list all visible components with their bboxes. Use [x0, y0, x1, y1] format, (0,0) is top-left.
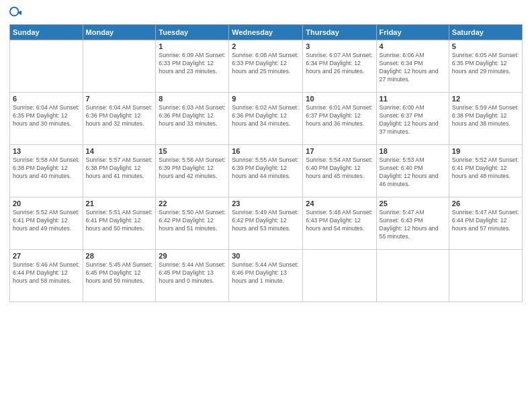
day-info: Sunrise: 6:05 AM Sunset: 6:35 PM Dayligh… [452, 52, 519, 76]
day-info: Sunrise: 5:54 AM Sunset: 6:40 PM Dayligh… [306, 156, 373, 181]
day-number: 21 [86, 199, 153, 208]
day-info: Sunrise: 6:01 AM Sunset: 6:37 PM Dayligh… [306, 104, 373, 128]
calendar-cell: 17Sunrise: 5:54 AM Sunset: 6:40 PM Dayli… [303, 145, 376, 197]
day-number: 22 [159, 199, 226, 208]
day-info: Sunrise: 5:57 AM Sunset: 6:38 PM Dayligh… [86, 156, 153, 181]
day-info: Sunrise: 6:08 AM Sunset: 6:33 PM Dayligh… [232, 52, 300, 76]
calendar-cell: 2Sunrise: 6:08 AM Sunset: 6:33 PM Daylig… [229, 40, 303, 93]
day-number: 16 [232, 147, 300, 155]
calendar-cell: 18Sunrise: 5:53 AM Sunset: 6:40 PM Dayli… [376, 145, 449, 197]
header-friday: Friday [376, 25, 449, 40]
header-tuesday: Tuesday [156, 25, 229, 40]
day-info: Sunrise: 5:44 AM Sunset: 6:46 PM Dayligh… [232, 261, 300, 285]
header-sunday: Sunday [10, 25, 83, 40]
calendar-cell [303, 250, 376, 302]
logo [9, 7, 23, 19]
day-number: 29 [159, 252, 226, 260]
day-info: Sunrise: 5:52 AM Sunset: 6:41 PM Dayligh… [452, 156, 519, 181]
day-number: 12 [452, 95, 519, 103]
day-number: 30 [232, 252, 300, 260]
day-number: 13 [13, 147, 80, 155]
logo-icon [9, 7, 21, 19]
day-number: 2 [232, 42, 300, 50]
calendar-cell: 23Sunrise: 5:49 AM Sunset: 6:42 PM Dayli… [229, 197, 303, 250]
week-row-0: 1Sunrise: 6:09 AM Sunset: 6:33 PM Daylig… [10, 40, 523, 93]
day-number: 18 [380, 147, 446, 155]
calendar-cell: 1Sunrise: 6:09 AM Sunset: 6:33 PM Daylig… [156, 40, 229, 93]
week-row-4: 27Sunrise: 5:46 AM Sunset: 6:44 PM Dayli… [10, 250, 523, 302]
calendar-cell: 8Sunrise: 6:03 AM Sunset: 6:36 PM Daylig… [156, 93, 229, 145]
day-info: Sunrise: 6:07 AM Sunset: 6:34 PM Dayligh… [306, 52, 373, 76]
calendar-cell: 10Sunrise: 6:01 AM Sunset: 6:37 PM Dayli… [303, 93, 376, 145]
week-row-3: 20Sunrise: 5:52 AM Sunset: 6:41 PM Dayli… [10, 197, 523, 250]
day-number: 26 [452, 199, 519, 208]
calendar-body: 1Sunrise: 6:09 AM Sunset: 6:33 PM Daylig… [10, 40, 523, 302]
calendar-table: SundayMondayTuesdayWednesdayThursdayFrid… [9, 24, 523, 302]
day-number: 19 [452, 147, 519, 155]
day-info: Sunrise: 6:02 AM Sunset: 6:36 PM Dayligh… [232, 104, 300, 128]
day-info: Sunrise: 6:03 AM Sunset: 6:36 PM Dayligh… [159, 104, 226, 128]
calendar-cell: 11Sunrise: 6:00 AM Sunset: 6:37 PM Dayli… [376, 93, 449, 145]
day-info: Sunrise: 5:44 AM Sunset: 6:45 PM Dayligh… [159, 261, 226, 285]
day-info: Sunrise: 5:51 AM Sunset: 6:41 PM Dayligh… [86, 209, 153, 233]
day-info: Sunrise: 5:45 AM Sunset: 6:45 PM Dayligh… [86, 261, 153, 285]
calendar-cell [449, 250, 522, 302]
day-number: 10 [306, 95, 373, 103]
day-info: Sunrise: 5:48 AM Sunset: 6:43 PM Dayligh… [306, 209, 373, 233]
day-number: 6 [13, 95, 80, 103]
calendar-cell: 6Sunrise: 6:04 AM Sunset: 6:35 PM Daylig… [10, 93, 83, 145]
svg-point-0 [10, 7, 19, 16]
calendar-cell: 9Sunrise: 6:02 AM Sunset: 6:36 PM Daylig… [229, 93, 303, 145]
day-number: 8 [159, 95, 226, 103]
day-number: 1 [159, 42, 226, 50]
calendar-cell [10, 40, 83, 93]
calendar-cell: 26Sunrise: 5:47 AM Sunset: 6:44 PM Dayli… [449, 197, 522, 250]
day-info: Sunrise: 5:46 AM Sunset: 6:44 PM Dayligh… [13, 261, 80, 285]
day-number: 14 [86, 147, 153, 155]
calendar-cell: 20Sunrise: 5:52 AM Sunset: 6:41 PM Dayli… [10, 197, 83, 250]
day-info: Sunrise: 6:04 AM Sunset: 6:36 PM Dayligh… [86, 104, 153, 128]
calendar-cell: 3Sunrise: 6:07 AM Sunset: 6:34 PM Daylig… [303, 40, 376, 93]
day-number: 24 [306, 199, 373, 208]
header-wednesday: Wednesday [229, 25, 303, 40]
calendar-cell [83, 40, 156, 93]
day-number: 11 [380, 95, 446, 103]
day-info: Sunrise: 6:06 AM Sunset: 6:34 PM Dayligh… [380, 52, 446, 84]
calendar-header: SundayMondayTuesdayWednesdayThursdayFrid… [10, 25, 523, 40]
calendar-cell: 22Sunrise: 5:50 AM Sunset: 6:42 PM Dayli… [156, 197, 229, 250]
header-monday: Monday [83, 25, 156, 40]
header-row: SundayMondayTuesdayWednesdayThursdayFrid… [10, 25, 523, 40]
day-number: 3 [306, 42, 373, 50]
calendar-cell: 4Sunrise: 6:06 AM Sunset: 6:34 PM Daylig… [376, 40, 449, 93]
calendar-cell: 7Sunrise: 6:04 AM Sunset: 6:36 PM Daylig… [83, 93, 156, 145]
day-info: Sunrise: 6:00 AM Sunset: 6:37 PM Dayligh… [380, 104, 446, 136]
day-info: Sunrise: 5:47 AM Sunset: 6:43 PM Dayligh… [380, 209, 446, 241]
calendar-cell: 21Sunrise: 5:51 AM Sunset: 6:41 PM Dayli… [83, 197, 156, 250]
day-number: 17 [306, 147, 373, 155]
day-info: Sunrise: 6:04 AM Sunset: 6:35 PM Dayligh… [13, 104, 80, 128]
day-number: 15 [159, 147, 226, 155]
calendar-cell [376, 250, 449, 302]
header-saturday: Saturday [449, 25, 522, 40]
day-number: 4 [380, 42, 446, 50]
calendar-cell: 30Sunrise: 5:44 AM Sunset: 6:46 PM Dayli… [229, 250, 303, 302]
header [9, 7, 523, 19]
day-number: 20 [13, 199, 80, 208]
day-info: Sunrise: 6:09 AM Sunset: 6:33 PM Dayligh… [159, 52, 226, 76]
calendar-cell: 24Sunrise: 5:48 AM Sunset: 6:43 PM Dayli… [303, 197, 376, 250]
day-info: Sunrise: 5:58 AM Sunset: 6:38 PM Dayligh… [13, 156, 80, 181]
calendar-cell: 16Sunrise: 5:55 AM Sunset: 6:39 PM Dayli… [229, 145, 303, 197]
week-row-1: 6Sunrise: 6:04 AM Sunset: 6:35 PM Daylig… [10, 93, 523, 145]
day-info: Sunrise: 5:49 AM Sunset: 6:42 PM Dayligh… [232, 209, 300, 233]
day-info: Sunrise: 5:59 AM Sunset: 6:38 PM Dayligh… [452, 104, 519, 128]
day-info: Sunrise: 5:53 AM Sunset: 6:40 PM Dayligh… [380, 156, 446, 189]
header-thursday: Thursday [303, 25, 376, 40]
day-info: Sunrise: 5:47 AM Sunset: 6:44 PM Dayligh… [452, 209, 519, 233]
calendar-cell: 28Sunrise: 5:45 AM Sunset: 6:45 PM Dayli… [83, 250, 156, 302]
day-number: 25 [380, 199, 446, 208]
calendar-cell: 13Sunrise: 5:58 AM Sunset: 6:38 PM Dayli… [10, 145, 83, 197]
day-number: 9 [232, 95, 300, 103]
day-info: Sunrise: 5:50 AM Sunset: 6:42 PM Dayligh… [159, 209, 226, 233]
calendar-cell: 12Sunrise: 5:59 AM Sunset: 6:38 PM Dayli… [449, 93, 522, 145]
day-info: Sunrise: 5:52 AM Sunset: 6:41 PM Dayligh… [13, 209, 80, 233]
